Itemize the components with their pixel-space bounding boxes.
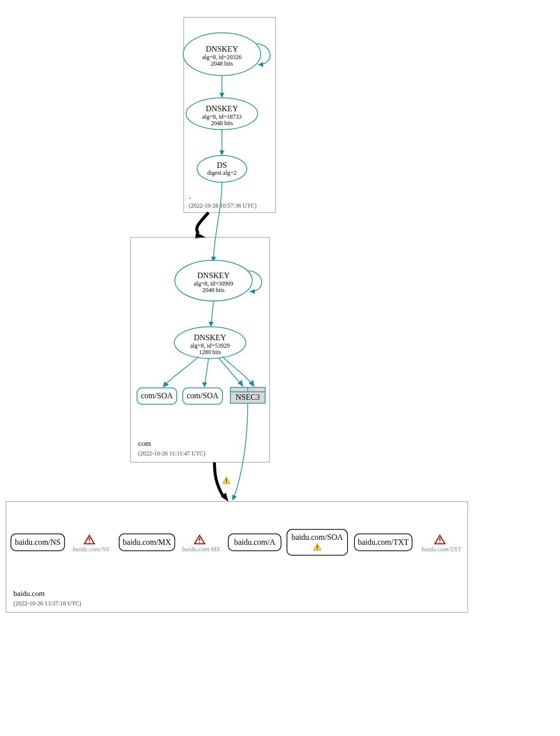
node-root-zsk: DNSKEY alg=8, id=18733 2048 bits: [186, 98, 258, 130]
svg-point-40: [317, 549, 318, 550]
node-baidu-mx-error: [195, 535, 205, 544]
node-com-zsk: DNSKEY alg=8, id=53929 1280 bits: [174, 327, 246, 359]
svg-point-44: [439, 542, 440, 543]
node-root-ksk-sub1: alg=8, id=20326: [202, 54, 242, 61]
node-baidu-mx: baidu.com/MX: [119, 534, 175, 551]
node-root-ds: DS digest alg=2: [197, 155, 247, 182]
node-root-zsk-title: DNSKEY: [206, 104, 238, 113]
node-baidu-ns: baidu.com/NS: [11, 534, 65, 551]
svg-marker-2: [258, 62, 263, 67]
node-com-soa1-title: com/SOA: [141, 391, 173, 400]
node-com-ksk-sub1: alg=8, id=30909: [194, 280, 233, 287]
node-com-nsec3: NSEC3: [230, 387, 265, 403]
zone-root-name: .: [189, 192, 191, 200]
node-baidu-ns-title: baidu.com/NS: [15, 538, 61, 546]
node-baidu-a-title: baidu.com/A: [234, 538, 276, 546]
node-baidu-soa: baidu.com/SOA: [287, 529, 348, 555]
node-com-ksk: DNSKEY alg=8, id=30909 2048 bits: [175, 260, 252, 301]
zone-root-timestamp: (2022-10-26 10:57:36 UTC): [189, 202, 257, 209]
node-baidu-mx-title: baidu.com/MX: [123, 538, 171, 546]
node-baidu-a: baidu.com/A: [228, 534, 281, 551]
svg-marker-4: [219, 93, 224, 98]
node-root-ds-sub1: digest alg=2: [207, 169, 236, 176]
zone-com-name: com: [138, 440, 151, 447]
node-baidu-soa-title: baidu.com/SOA: [291, 533, 343, 541]
node-root-ksk: DNSKEY alg=8, id=20326 2048 bits: [183, 33, 261, 75]
node-com-nsec3-title: NSEC3: [236, 393, 260, 401]
node-com-zsk-title: DNSKEY: [194, 333, 226, 342]
node-com-ksk-title: DNSKEY: [198, 271, 230, 280]
node-root-ksk-title: DNSKEY: [206, 45, 238, 53]
svg-point-26: [226, 482, 227, 483]
svg-point-31: [89, 542, 90, 543]
node-com-zsk-sub1: alg=8, id=53929: [190, 342, 230, 349]
node-com-zsk-sub2: 1280 bits: [199, 349, 221, 356]
warning-icon: [222, 477, 230, 484]
zone-baidu-box: [6, 502, 468, 612]
node-baidu-txt-error-title: baidu.com/TXT: [421, 545, 462, 553]
node-com-soa2-title: com/SOA: [187, 391, 218, 400]
svg-marker-13: [209, 322, 213, 327]
zone-com-timestamp: (2022-10-26 11:11:47 UTC): [138, 450, 206, 457]
node-baidu-ns-error: [84, 535, 94, 544]
svg-marker-11: [250, 289, 255, 294]
svg-marker-6: [219, 150, 224, 155]
svg-point-35: [199, 542, 200, 543]
zone-baidu-name: baidu.com: [13, 589, 45, 597]
node-baidu-txt: baidu.com/TXT: [354, 534, 412, 551]
node-com-soa1: com/SOA: [137, 388, 177, 404]
node-baidu-txt-error: [435, 535, 445, 544]
node-root-zsk-sub2: 2048 bits: [211, 120, 233, 127]
zone-baidu-timestamp: (2022-10-26 13:37:18 UTC): [13, 600, 81, 607]
node-root-ksk-sub2: 2048 bits: [211, 60, 233, 67]
svg-marker-17: [202, 382, 207, 387]
node-com-soa2: com/SOA: [183, 388, 222, 404]
node-baidu-txt-title: baidu.com/TXT: [358, 538, 409, 546]
dnssec-diagram: . (2022-10-26 10:57:36 UTC) DNSKEY alg=8…: [0, 0, 560, 736]
node-baidu-ns-error-title: baidu.com/NS: [72, 545, 109, 553]
node-com-ksk-sub2: 2048 bits: [203, 287, 225, 294]
node-root-ds-title: DS: [217, 161, 227, 169]
node-root-zsk-sub1: alg=8, id=18733: [202, 113, 242, 120]
node-baidu-mx-error-title: baidu.com/MX: [182, 545, 221, 553]
